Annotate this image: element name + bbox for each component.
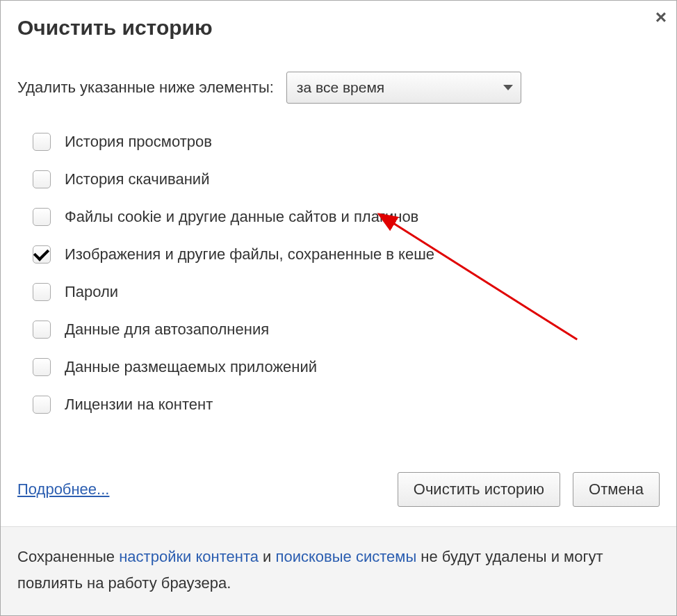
content-settings-link[interactable]: настройки контента <box>119 548 259 565</box>
dialog-title: Очистить историю <box>17 16 660 40</box>
option-cookies[interactable]: Файлы cookie и другие данные сайтов и пл… <box>33 198 660 236</box>
option-browsing-history[interactable]: История просмотров <box>33 123 660 161</box>
checkbox[interactable] <box>33 321 51 339</box>
clear-history-dialog: × Очистить историю Удалить указанные ниж… <box>0 0 677 616</box>
option-content-licenses[interactable]: Лицензии на контент <box>33 386 660 423</box>
more-link[interactable]: Подробнее... <box>17 480 109 499</box>
cancel-button[interactable]: Отмена <box>573 472 660 507</box>
checkbox[interactable] <box>33 133 51 151</box>
option-cached-images[interactable]: Изображения и другие файлы, сохраненные … <box>33 236 660 273</box>
note-text: и <box>259 548 276 565</box>
dialog-header: Очистить историю <box>1 1 676 49</box>
checkbox[interactable] <box>33 358 51 376</box>
time-range-label: Удалить указанные ниже элементы: <box>17 79 274 97</box>
checkbox[interactable] <box>33 170 51 188</box>
option-passwords[interactable]: Пароли <box>33 273 660 311</box>
checkbox[interactable] <box>33 396 51 414</box>
dialog-footer: Подробнее... Очистить историю Отмена <box>1 464 676 526</box>
option-autofill[interactable]: Данные для автозаполнения <box>33 311 660 348</box>
clear-history-button[interactable]: Очистить историю <box>398 472 560 507</box>
option-label: Файлы cookie и другие данные сайтов и пл… <box>65 208 418 226</box>
option-download-history[interactable]: История скачиваний <box>33 161 660 198</box>
option-label: Данные для автозаполнения <box>65 321 269 339</box>
option-label: Изображения и другие файлы, сохраненные … <box>65 245 434 264</box>
options-list: История просмотров История скачиваний Фа… <box>17 123 660 423</box>
time-range-select[interactable]: за все время <box>286 72 521 104</box>
checkbox[interactable] <box>33 208 51 226</box>
dialog-body: Удалить указанные ниже элементы: за все … <box>1 49 676 464</box>
option-label: История скачиваний <box>65 170 209 188</box>
bottom-note: Сохраненные настройки контента и поисков… <box>1 526 676 615</box>
time-range-selected-value: за все время <box>297 79 384 96</box>
option-label: История просмотров <box>65 133 212 151</box>
option-label: Данные размещаемых приложений <box>65 358 317 376</box>
option-label: Лицензии на контент <box>65 396 213 414</box>
checkbox[interactable] <box>33 283 51 301</box>
checkbox[interactable] <box>33 245 51 264</box>
close-icon[interactable]: × <box>655 8 667 27</box>
option-label: Пароли <box>65 283 118 301</box>
time-range-row: Удалить указанные ниже элементы: за все … <box>17 72 660 104</box>
search-engines-link[interactable]: поисковые системы <box>276 548 417 565</box>
note-text: Сохраненные <box>17 548 119 565</box>
option-hosted-apps[interactable]: Данные размещаемых приложений <box>33 348 660 386</box>
button-group: Очистить историю Отмена <box>398 472 660 507</box>
